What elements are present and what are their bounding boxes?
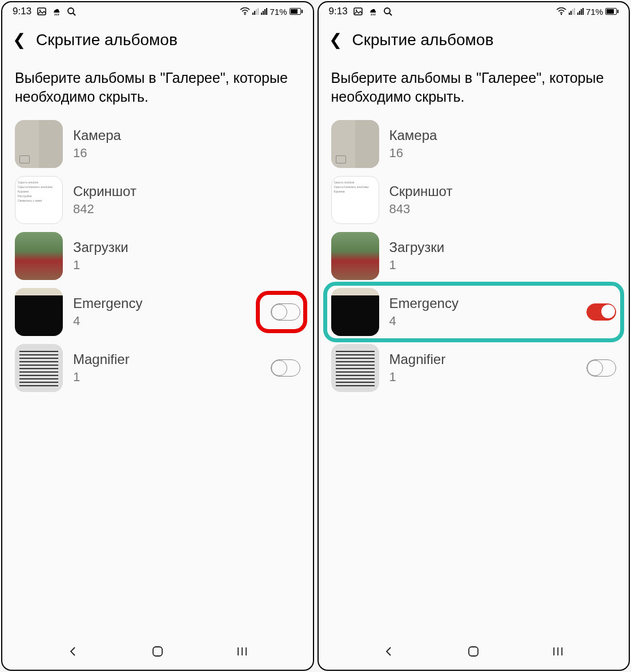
album-list: Камера 16 Скрыть альбом Скрыть/показать …	[319, 116, 629, 632]
nav-back-button[interactable]	[65, 643, 81, 659]
album-thumb	[331, 232, 379, 280]
album-info: Камера 16	[389, 127, 617, 161]
album-list: Камера 16 Скрыть альбом Скрыть/показать …	[2, 116, 313, 632]
nav-bar	[2, 632, 313, 670]
svg-point-2	[68, 8, 74, 14]
page-title: Скрытие альбомов	[352, 31, 494, 49]
svg-point-1	[39, 10, 41, 11]
svg-line-12	[389, 13, 392, 15]
album-row-emergency[interactable]: Emergency 4	[10, 284, 305, 340]
album-info: Скриншот 842	[73, 183, 300, 217]
album-count: 4	[73, 314, 260, 329]
nav-home-button[interactable]	[150, 643, 166, 659]
signal-2-icon	[577, 8, 584, 15]
album-row-camera[interactable]: Камера 16	[10, 116, 305, 172]
status-right: 71%	[556, 7, 618, 17]
album-count: 4	[389, 314, 577, 329]
svg-point-13	[561, 14, 562, 15]
album-name: Загрузки	[389, 239, 617, 255]
album-toggle[interactable]	[586, 303, 616, 321]
album-thumb	[15, 344, 63, 392]
album-row-emergency[interactable]: Emergency 4	[327, 284, 621, 340]
weather-icon	[52, 7, 61, 16]
status-right: 71%	[240, 7, 302, 17]
phone-right: 9:13 71% ❮ Скрытие альбомов Выберите аль…	[317, 1, 630, 671]
album-row-magnifier[interactable]: Magnifier 1	[10, 340, 305, 396]
album-row-camera[interactable]: Камера 16	[327, 116, 621, 172]
nav-back-button[interactable]	[381, 643, 397, 659]
album-info: Magnifier 1	[73, 351, 260, 385]
album-row-magnifier[interactable]: Magnifier 1	[327, 340, 621, 396]
nav-bar	[319, 632, 629, 670]
album-info: Magnifier 1	[389, 351, 577, 385]
album-thumb	[15, 120, 63, 168]
album-name: Скриншот	[73, 183, 300, 199]
album-thumb	[15, 232, 63, 280]
album-toggle[interactable]	[271, 359, 300, 377]
album-thumb	[15, 288, 63, 336]
signal-2-icon	[261, 8, 267, 15]
nav-home-button[interactable]	[465, 643, 481, 659]
signal-1-icon	[252, 8, 259, 15]
battery-icon	[290, 8, 303, 15]
album-row-screenshot[interactable]: Скрыть альбом Скрыть/показать альбомы Ко…	[327, 172, 621, 228]
album-name: Скриншот	[389, 183, 617, 199]
album-thumb	[331, 120, 379, 168]
album-info: Emergency 4	[389, 295, 577, 329]
status-left: 9:13	[13, 6, 76, 17]
album-toggle[interactable]	[271, 303, 300, 321]
album-name: Magnifier	[73, 351, 260, 367]
album-info: Emergency 4	[73, 295, 260, 329]
page-title: Скрытие альбомов	[36, 31, 178, 49]
search-icon	[383, 7, 392, 16]
svg-line-3	[73, 13, 75, 15]
image-icon	[353, 7, 363, 16]
phone-left: 9:13 71% ❮ Скрытие альбомов Выберите аль…	[1, 1, 314, 671]
wifi-icon	[556, 7, 566, 15]
back-button[interactable]: ❮	[13, 32, 26, 48]
album-row-screenshot[interactable]: Скрыть альбом Скрыть/показать альбомы Ко…	[10, 172, 305, 228]
album-count: 843	[389, 202, 617, 217]
svg-rect-14	[469, 647, 478, 656]
album-info: Загрузки 1	[73, 239, 300, 273]
album-thumb: Скрыть альбом Скрыть/показать альбомы Ко…	[331, 176, 379, 224]
album-name: Камера	[73, 127, 300, 143]
wifi-icon	[240, 7, 250, 15]
album-thumb	[331, 344, 379, 392]
album-count: 1	[73, 258, 300, 273]
album-info: Камера 16	[73, 127, 300, 161]
album-toggle[interactable]	[586, 359, 616, 377]
status-left: 9:13	[329, 6, 392, 17]
album-count: 1	[73, 370, 260, 385]
album-row-downloads[interactable]: Загрузки 1	[10, 228, 305, 284]
nav-recent-button[interactable]	[234, 643, 250, 659]
svg-point-11	[384, 8, 390, 14]
header: ❮ Скрытие альбомов	[2, 19, 313, 55]
album-name: Камера	[389, 127, 617, 143]
svg-point-4	[244, 14, 246, 15]
battery-icon	[605, 8, 618, 15]
status-bar: 9:13 71%	[2, 2, 313, 19]
svg-rect-5	[153, 647, 162, 656]
back-button[interactable]: ❮	[329, 32, 342, 48]
status-time: 9:13	[329, 6, 348, 17]
weather-icon	[368, 7, 377, 16]
album-name: Emergency	[389, 295, 577, 311]
battery-pct: 71%	[586, 7, 603, 17]
album-row-downloads[interactable]: Загрузки 1	[327, 228, 621, 284]
album-thumb: Скрыть альбом Скрыть/показать альбомы Ко…	[15, 176, 63, 224]
album-count: 16	[73, 146, 300, 161]
header: ❮ Скрытие альбомов	[319, 19, 629, 55]
album-name: Загрузки	[73, 239, 300, 255]
album-count: 842	[73, 202, 300, 217]
image-icon	[37, 7, 46, 16]
album-count: 16	[389, 146, 617, 161]
signal-1-icon	[569, 8, 575, 15]
status-time: 9:13	[13, 6, 31, 17]
album-thumb	[331, 288, 379, 336]
nav-recent-button[interactable]	[550, 643, 566, 659]
page-subtitle: Выберите альбомы в "Галерее", которые не…	[2, 55, 313, 116]
status-bar: 9:13 71%	[319, 2, 629, 19]
search-icon	[67, 7, 76, 16]
album-name: Emergency	[73, 295, 260, 311]
